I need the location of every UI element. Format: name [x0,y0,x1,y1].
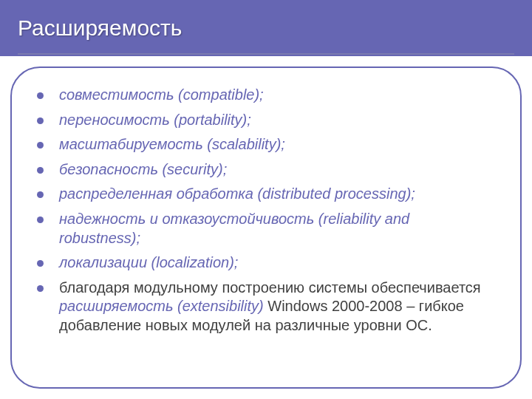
title-bar: Расширяемость [0,0,532,56]
list-item: локализации (localization); [53,253,494,273]
list-item: надежность и отказоустойчивость (reliabi… [53,210,494,248]
list-item: безопасность (security); [53,160,494,180]
item-text: переносимость (portability); [59,112,251,128]
list-item: масштабируемость (scalability); [53,135,494,154]
item-text-accent: расширяемость (extensibility) [59,298,264,314]
item-text: совместимость (compatible); [59,86,264,103]
list-item: совместимость (compatible); [53,86,494,105]
list-item: распределенная обработка (distributed pr… [53,185,494,204]
slide-title: Расширяемость [18,16,182,41]
item-text: надежность и отказоустойчивость (reliabi… [59,211,409,246]
slide: Расширяемость совместимость (compatible)… [0,0,532,399]
item-text: локализации (localization); [59,254,238,270]
item-text: распределенная обработка (distributed pr… [59,185,415,202]
item-text-pre: благодаря модульному построению системы … [59,279,481,296]
bullet-list: совместимость (compatible); переносимост… [53,86,494,335]
item-text: масштабируемость (scalability); [59,136,285,152]
title-underline [18,53,514,55]
list-item: переносимость (portability); [53,111,494,130]
list-item: благодаря модульному построению системы … [53,279,494,335]
item-text: безопасность (security); [59,161,227,177]
content-frame: совместимость (compatible); переносимост… [10,66,522,389]
